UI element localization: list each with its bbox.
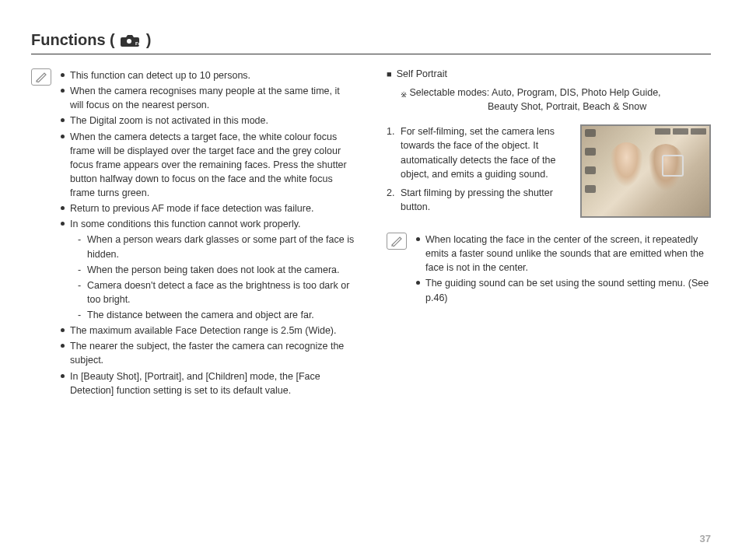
note-list: When locating the face in the center of … — [415, 233, 711, 305]
list-item: The distance between the camera and obje… — [70, 308, 355, 322]
list-item: When locating the face in the center of … — [415, 233, 711, 275]
camera-fn-icon: Fn — [120, 33, 142, 47]
reference-mark-icon: ※ — [401, 90, 407, 99]
face-detect-frame-icon — [662, 155, 684, 177]
page-title: Functions ( Fn ) — [31, 31, 711, 54]
list-item: When the person being taken does not loo… — [70, 263, 355, 277]
title-close: ) — [146, 31, 152, 49]
step-list: For self-filming, set the camera lens to… — [387, 124, 571, 214]
note-list: This function can detect up to 10 person… — [59, 68, 355, 397]
list-item: Start filming by pressing the shutter bu… — [387, 186, 571, 214]
title-text: Functions ( — [31, 31, 115, 49]
section-heading: Self Portrait — [397, 68, 447, 79]
svg-text:Fn: Fn — [135, 41, 142, 46]
list-item: When a person wears dark glasses or some… — [70, 233, 355, 261]
list-item: In [Beauty Shot], [Portrait], and [Child… — [59, 369, 355, 397]
list-item: Camera doesn't detect a face as the brig… — [70, 278, 355, 306]
list-item: When the camera detects a target face, t… — [59, 130, 355, 201]
camera-lcd-preview — [580, 124, 711, 218]
list-item: The guiding sound can be set using the s… — [415, 276, 711, 304]
list-item: When the camera recognises many people a… — [59, 84, 355, 112]
note-icon — [31, 68, 51, 86]
section-marker-icon: ■ — [387, 69, 392, 79]
svg-point-0 — [127, 39, 131, 44]
list-item: The maximum available Face Detection ran… — [59, 324, 355, 338]
note-icon — [387, 233, 407, 250]
list-item: For self-filming, set the camera lens to… — [387, 124, 571, 181]
list-item: Return to previous AF mode if face detec… — [59, 201, 355, 215]
selectable-modes: ※ Selectable modes: Auto, Program, DIS, … — [387, 86, 711, 114]
page-number: 37 — [700, 533, 711, 544]
list-item: The Digital zoom is not activated in thi… — [59, 114, 355, 128]
list-item: This function can detect up to 10 person… — [59, 68, 355, 82]
list-item: In some conditions this function cannot … — [59, 217, 355, 322]
list-item: The nearer the subject, the faster the c… — [59, 339, 355, 367]
